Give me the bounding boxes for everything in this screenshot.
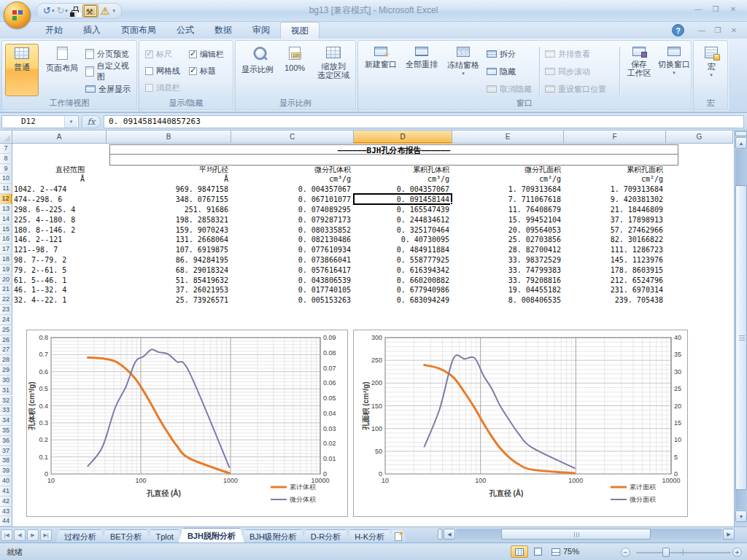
table-cell[interactable]: 37. 26021953 bbox=[112, 285, 228, 295]
table-cell[interactable]: 212. 6524796 bbox=[546, 276, 663, 286]
table-cell[interactable]: 79. 2--61. 5 bbox=[14, 265, 66, 276]
page-layout-shortcut[interactable] bbox=[529, 545, 546, 558]
table-cell[interactable]: 33. 98372529 bbox=[444, 255, 561, 265]
scroll-right-button[interactable]: ▶ bbox=[723, 529, 735, 540]
table-cell[interactable]: 33. 74799383 bbox=[444, 265, 561, 276]
table-cell[interactable]: 111. 1286723 bbox=[546, 245, 663, 255]
normal-view-button[interactable]: 普通 bbox=[5, 44, 39, 96]
ribbon-tab-开始[interactable]: 开始 bbox=[35, 22, 73, 39]
table-cell[interactable]: 20. 09564053 bbox=[444, 225, 561, 236]
column-header-A[interactable]: A bbox=[12, 131, 107, 144]
table-cell[interactable]: Å bbox=[0, 174, 85, 184]
row-header-34[interactable]: 34 bbox=[0, 416, 12, 426]
table-cell[interactable]: 33. 79208816 bbox=[444, 276, 561, 286]
table-cell[interactable]: cm²/g bbox=[444, 174, 561, 184]
row-header-26[interactable]: 26 bbox=[0, 335, 12, 346]
selected-cell-outline[interactable] bbox=[353, 193, 452, 205]
row-header-23[interactable]: 23 bbox=[0, 305, 12, 315]
row-header-32[interactable]: 32 bbox=[0, 396, 12, 406]
table-cell[interactable]: 61. 5--46. 1 bbox=[14, 276, 66, 286]
column-header-F[interactable]: F bbox=[564, 131, 666, 144]
workbook-minimize-button[interactable]: — bbox=[694, 25, 709, 35]
row-header-42[interactable]: 42 bbox=[0, 497, 12, 507]
row-header-36[interactable]: 36 bbox=[0, 436, 12, 446]
table-cell[interactable]: 21. 18446809 bbox=[546, 205, 663, 215]
sheet-tab-BJH吸附分析[interactable]: BJH吸附分析 bbox=[241, 529, 306, 542]
row-header-24[interactable]: 24 bbox=[0, 315, 12, 325]
unhide-button[interactable]: 取消隐藏 bbox=[487, 82, 532, 96]
sheet-tab-BET分析[interactable]: BET分析 bbox=[101, 529, 150, 542]
zoom-slider-track[interactable] bbox=[636, 552, 731, 553]
row-header-39[interactable]: 39 bbox=[0, 466, 12, 476]
sheet-tab-过程分析[interactable]: 过程分析 bbox=[55, 529, 105, 542]
table-cell[interactable]: 0. 683094249 bbox=[333, 295, 449, 306]
view-side-by-side-button[interactable]: 并排查看 bbox=[545, 47, 590, 61]
freeze-panes-button[interactable]: 冻结窗格▾ bbox=[443, 44, 484, 96]
table-cell[interactable]: 145. 1123976 bbox=[546, 255, 663, 265]
row-header-35[interactable]: 35 bbox=[0, 426, 12, 436]
table-cell[interactable]: 82. 30166822 bbox=[546, 235, 663, 245]
page-break-preview-button[interactable]: 分页预览 bbox=[85, 47, 129, 61]
table-cell[interactable]: 0. 165547439 bbox=[333, 205, 449, 215]
first-sheet-button[interactable]: |◀ bbox=[1, 529, 12, 541]
zoom-100-button[interactable]: 100% bbox=[278, 44, 311, 96]
row-header-31[interactable]: 31 bbox=[0, 386, 12, 396]
table-cell[interactable]: 19. 04455182 bbox=[444, 285, 561, 295]
table-cell[interactable]: 28. 82700412 bbox=[444, 245, 561, 255]
workbook-close-button[interactable]: ✕ bbox=[727, 25, 741, 35]
column-header-D[interactable]: D bbox=[354, 131, 452, 144]
vertical-scrollbar[interactable]: ▲ ▼ bbox=[734, 131, 747, 526]
table-cell[interactable]: 251. 91686 bbox=[112, 205, 228, 215]
table-cell[interactable]: 15. 99452104 bbox=[444, 215, 561, 225]
table-cell[interactable]: 225. 4--180. 8 bbox=[14, 215, 75, 225]
row-header-38[interactable]: 38 bbox=[0, 456, 12, 466]
horizontal-scroll-track[interactable] bbox=[456, 529, 722, 540]
row-header-13[interactable]: 13 bbox=[0, 204, 12, 214]
ribbon-tab-视图[interactable]: 视图 bbox=[280, 22, 320, 39]
column-header-E[interactable]: E bbox=[452, 131, 564, 144]
close-button[interactable]: ✕ bbox=[725, 4, 741, 15]
row-header-40[interactable]: 40 bbox=[0, 476, 12, 486]
table-cell[interactable]: 51. 85419632 bbox=[112, 276, 228, 286]
minimize-button[interactable]: — bbox=[690, 4, 706, 15]
restore-button[interactable]: ❐ bbox=[708, 4, 724, 15]
vertical-scroll-track[interactable] bbox=[735, 149, 747, 510]
table-cell[interactable]: 37. 17898913 bbox=[546, 215, 663, 225]
chart-pore-volume[interactable]: 00.10.20.30.40.50.60.70.800.010.020.030.… bbox=[26, 330, 348, 517]
gridlines-checkbox[interactable]: 网格线 bbox=[145, 65, 180, 77]
table-cell[interactable]: 8. 008406535 bbox=[444, 295, 561, 306]
table-cell[interactable]: 0. 616394342 bbox=[333, 265, 449, 276]
table-cell[interactable]: 298. 6--225. 4 bbox=[14, 205, 75, 215]
row-header-43[interactable]: 43 bbox=[0, 507, 12, 517]
table-cell[interactable]: 146. 2--121 bbox=[14, 235, 62, 245]
row-header-28[interactable]: 28 bbox=[0, 355, 12, 365]
table-cell[interactable]: 180. 8--146. 2 bbox=[14, 225, 75, 236]
full-screen-button[interactable]: 全屏显示 bbox=[85, 82, 131, 96]
table-cell[interactable]: 0. 677940986 bbox=[333, 285, 449, 295]
previous-sheet-button[interactable]: ◀ bbox=[14, 529, 26, 541]
table-cell[interactable]: 0. 558777925 bbox=[333, 255, 449, 265]
zoom-level[interactable]: 75% bbox=[563, 547, 579, 556]
scroll-up-button[interactable]: ▲ bbox=[735, 137, 747, 149]
insert-function-button[interactable]: fx bbox=[82, 115, 101, 128]
sheet-tab-BJH脱附分析[interactable]: BJH脱附分析 bbox=[179, 528, 244, 542]
table-cell[interactable]: 32. 4--22. 1 bbox=[14, 295, 66, 306]
horizontal-scroll-thumb[interactable] bbox=[501, 529, 651, 540]
office-button[interactable] bbox=[4, 1, 31, 28]
table-cell[interactable]: 86. 94284195 bbox=[112, 255, 228, 265]
ribbon-tab-页面布局[interactable]: 页面布局 bbox=[111, 22, 166, 39]
row-header-19[interactable]: 19 bbox=[0, 265, 12, 275]
tab-split-handle[interactable] bbox=[438, 529, 443, 540]
table-cell[interactable]: 累积孔体积 bbox=[333, 165, 449, 175]
save-workspace-button[interactable]: 保存工作区 bbox=[622, 44, 656, 96]
table-cell[interactable]: 68. 29018324 bbox=[112, 265, 228, 276]
select-all-corner[interactable] bbox=[0, 131, 12, 144]
ribbon-tab-审阅[interactable]: 审阅 bbox=[242, 22, 280, 39]
table-cell[interactable]: 0. 40730095 bbox=[333, 235, 449, 245]
table-cell[interactable]: 121--98. 7 bbox=[14, 245, 58, 255]
new-window-button[interactable]: 新建窗口 bbox=[361, 44, 400, 96]
row-header-8[interactable]: 8 bbox=[0, 154, 12, 164]
table-cell[interactable]: 178. 8603915 bbox=[546, 265, 663, 276]
ruler-checkbox[interactable]: 标尺 bbox=[145, 48, 172, 60]
table-cell[interactable]: 1. 709313684 bbox=[444, 184, 561, 195]
